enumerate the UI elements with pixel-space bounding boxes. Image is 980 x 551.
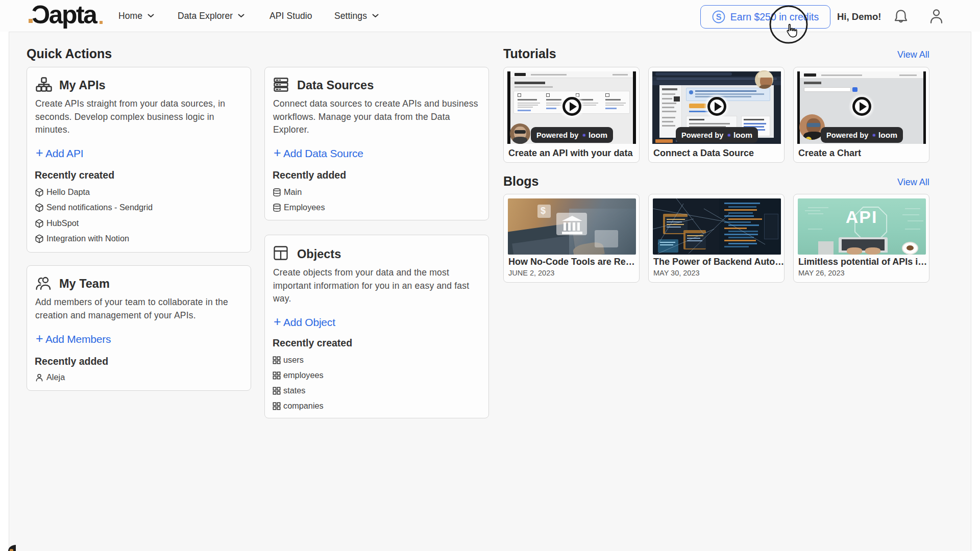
- svg-text:Ɔapta: Ɔapta: [32, 2, 98, 29]
- svg-text:S: S: [716, 13, 721, 21]
- svg-text:API: API: [846, 207, 878, 227]
